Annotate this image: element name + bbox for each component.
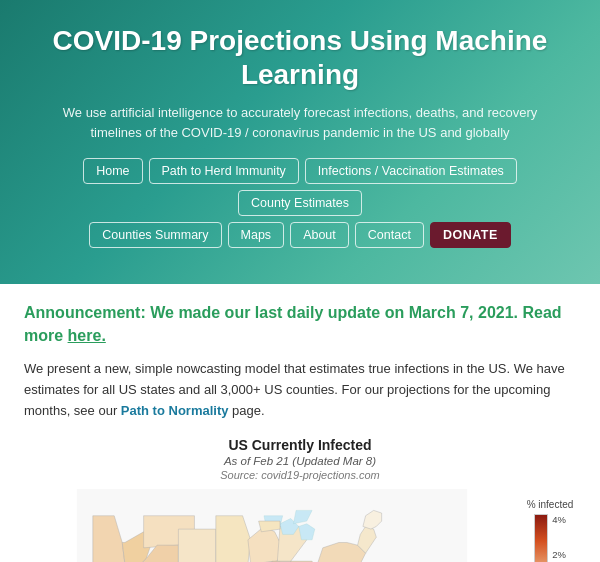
map-source: Source: covid19-projections.com (24, 469, 576, 481)
legend-title: % infected (527, 499, 574, 510)
nav-contact[interactable]: Contact (355, 222, 424, 248)
nav-herd-immunity[interactable]: Path to Herd Immunity (149, 158, 299, 184)
nav-row1: Home Path to Herd Immunity Infections / … (20, 158, 580, 216)
path-normality-link[interactable]: Path to Normality (121, 403, 229, 418)
legend-gradient (534, 514, 548, 562)
legend-row: 4% 2% 0% (534, 514, 566, 562)
announcement: Announcement: We made our last daily upd… (24, 302, 576, 347)
map-section: US Currently Infected As of Feb 21 (Upda… (24, 437, 576, 562)
legend-label-high: 4% (552, 514, 566, 525)
map-wrapper: % infected 4% 2% 0% (24, 489, 576, 562)
body-paragraph: We present a new, simple nowcasting mode… (24, 359, 576, 421)
nav-row2: Counties Summary Maps About Contact DONA… (20, 222, 580, 264)
us-map (27, 489, 517, 562)
map-legend: % infected 4% 2% 0% (527, 489, 574, 562)
nav-infections[interactable]: Infections / Vaccination Estimates (305, 158, 517, 184)
nav-county-estimates[interactable]: County Estimates (238, 190, 362, 216)
nav-about[interactable]: About (290, 222, 349, 248)
announcement-link[interactable]: here. (68, 327, 106, 344)
body-text-before: We present a new, simple nowcasting mode… (24, 361, 565, 418)
header-subtitle: We use artificial intelligence to accura… (60, 103, 540, 142)
legend-labels: 4% 2% 0% (552, 514, 566, 562)
page-title: COVID-19 Projections Using Machine Learn… (20, 24, 580, 91)
nav-donate[interactable]: DONATE (430, 222, 511, 248)
map-subtitle: As of Feb 21 (Updated Mar 8) (24, 455, 576, 467)
nav-home[interactable]: Home (83, 158, 142, 184)
main-content: Announcement: We made our last daily upd… (0, 284, 600, 562)
header: COVID-19 Projections Using Machine Learn… (0, 0, 600, 284)
map-title: US Currently Infected (24, 437, 576, 453)
body-text-after: page. (228, 403, 264, 418)
legend-label-mid: 2% (552, 549, 566, 560)
nav-maps[interactable]: Maps (228, 222, 285, 248)
nav-counties-summary[interactable]: Counties Summary (89, 222, 221, 248)
